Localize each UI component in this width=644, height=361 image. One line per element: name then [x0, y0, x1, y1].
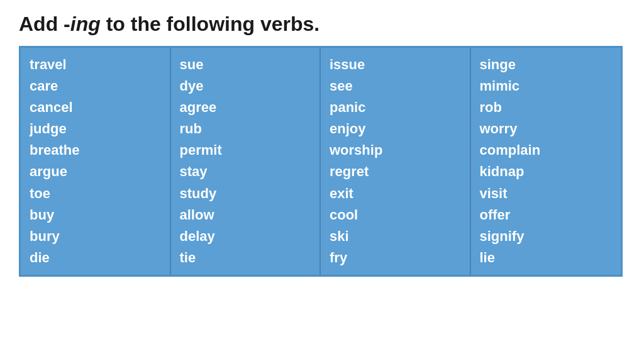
- word-item: sue: [180, 54, 311, 75]
- word-item: stay: [180, 161, 311, 182]
- word-item: rob: [480, 97, 613, 118]
- word-item: fry: [330, 247, 461, 269]
- word-item: complain: [480, 140, 613, 161]
- word-item: dye: [180, 75, 311, 97]
- grid-column-2: suedyeagreerubpermitstaystudyallowdelayt…: [171, 48, 321, 275]
- word-item: worry: [480, 118, 613, 140]
- title-italic: ing: [70, 13, 101, 35]
- word-item: buy: [30, 204, 161, 226]
- page-container: Add -ing to the following verbs. travelc…: [0, 0, 644, 361]
- word-item: cancel: [30, 97, 161, 118]
- grid-column-4: singemimicrobworrycomplainkidnapvisitoff…: [471, 48, 621, 275]
- word-item: study: [180, 183, 311, 204]
- word-item: permit: [180, 140, 311, 161]
- word-item: tie: [180, 247, 311, 269]
- word-item: allow: [180, 204, 311, 226]
- title-suffix: to the following verbs.: [101, 13, 319, 35]
- grid-column-1: travelcarecanceljudgebreathearguetoebuyb…: [21, 48, 171, 275]
- word-item: cool: [330, 204, 461, 226]
- word-item: panic: [330, 97, 461, 118]
- title-prefix: Add -: [19, 13, 70, 35]
- word-item: bury: [30, 226, 161, 247]
- word-item: argue: [30, 161, 161, 182]
- word-item: mimic: [480, 75, 613, 97]
- word-item: travel: [30, 54, 161, 75]
- word-item: regret: [330, 161, 461, 182]
- word-item: visit: [480, 183, 613, 204]
- word-item: die: [30, 247, 161, 269]
- word-item: toe: [30, 183, 161, 204]
- word-item: exit: [330, 183, 461, 204]
- grid-column-3: issueseepanicenjoyworshipregretexitcools…: [321, 48, 471, 275]
- word-item: agree: [180, 97, 311, 118]
- word-item: care: [30, 75, 161, 97]
- word-item: offer: [480, 204, 613, 226]
- word-item: ski: [330, 226, 461, 247]
- word-item: breathe: [30, 140, 161, 161]
- word-item: enjoy: [330, 118, 461, 140]
- word-item: see: [330, 75, 461, 97]
- word-item: singe: [480, 54, 613, 75]
- word-item: delay: [180, 226, 311, 247]
- word-item: lie: [480, 247, 613, 269]
- word-item: rub: [180, 118, 311, 140]
- page-title: Add -ing to the following verbs.: [19, 13, 625, 36]
- word-item: kidnap: [480, 161, 613, 182]
- word-item: signify: [480, 226, 613, 247]
- verb-grid: travelcarecanceljudgebreathearguetoebuyb…: [19, 46, 623, 277]
- word-item: judge: [30, 118, 161, 140]
- word-item: worship: [330, 140, 461, 161]
- word-item: issue: [330, 54, 461, 75]
